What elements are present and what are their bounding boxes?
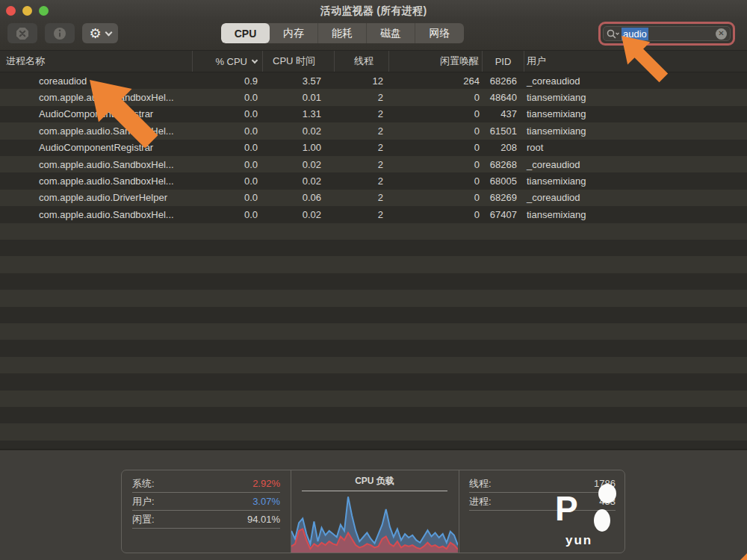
cell-pid: 68269: [483, 192, 524, 203]
stat-row: 系统:2.92%: [132, 475, 280, 493]
cell-name: com.apple.audio.SandboxHel...: [0, 175, 193, 187]
cell-user: tiansemixiang: [524, 108, 747, 119]
settings-menu-button[interactable]: ⚙: [82, 23, 118, 43]
cell-idle: 0: [389, 192, 483, 203]
column-header-process-name[interactable]: 进程名称: [0, 51, 193, 72]
cell-time: 3.57: [263, 75, 335, 87]
cell-idle: 0: [389, 175, 483, 187]
cell-idle: 0: [389, 159, 483, 170]
cell-name: com.apple.audio.DriverHelper: [0, 192, 193, 203]
column-header-cpu-time[interactable]: CPU 时间: [263, 51, 335, 72]
sort-descending-icon: [252, 57, 258, 63]
table-row[interactable]: com.apple.audio.SandboxHel...0.00.022068…: [0, 156, 747, 172]
cell-user: _coreaudiod: [524, 159, 747, 170]
cell-threads: 2: [335, 159, 389, 170]
cell-name: com.apple.audio.SandboxHel...: [0, 159, 193, 170]
cell-time: 1.00: [263, 142, 335, 153]
annotation-arrow-search: [622, 36, 672, 87]
annotation-arrow-coreaudiod: [90, 80, 164, 155]
table-row[interactable]: com.apple.audio.DriverHelper0.00.0620682…: [0, 190, 747, 206]
status-footer: 系统:2.92%用户:3.07%闲置:94.01% CPU 负载 线程:1786…: [0, 449, 747, 560]
counts-stats: 线程:1786进程:453: [459, 470, 626, 553]
cell-cpu: 0.0: [193, 209, 263, 220]
column-header-cpu-percent[interactable]: % CPU: [193, 51, 263, 72]
cell-idle: 0: [389, 209, 483, 220]
table-row[interactable]: com.apple.audio.SandboxHel...0.00.022068…: [0, 172, 747, 189]
chevron-down-icon: [105, 28, 112, 36]
cell-cpu: 0.0: [193, 159, 263, 170]
column-header-pid[interactable]: PID: [483, 51, 524, 72]
cell-idle: 0: [389, 142, 483, 153]
chart-title: CPU 负载: [291, 475, 459, 488]
tab-energy[interactable]: 能耗: [318, 23, 367, 43]
stat-row: 线程:1786: [469, 475, 616, 493]
cpu-summary-stats: 系统:2.92%用户:3.07%闲置:94.01%: [122, 470, 291, 553]
cell-name: com.apple.audio.SandboxHel...: [0, 209, 193, 220]
octagon-x-icon: [15, 26, 30, 41]
cell-threads: 2: [335, 175, 389, 187]
stat-label: 线程:: [469, 477, 492, 491]
stat-row: 进程:453: [469, 493, 616, 511]
stat-label: 系统:: [132, 477, 155, 491]
cell-time: 0.02: [263, 159, 335, 170]
cell-user: tiansemixiang: [524, 209, 747, 220]
cell-threads: 2: [335, 108, 389, 119]
window-title: 活动监视器 (所有进程): [0, 4, 747, 18]
cell-threads: 2: [335, 92, 389, 103]
info-circle-icon: [52, 26, 67, 41]
stat-value: 2.92%: [252, 478, 280, 489]
cell-time: 0.02: [263, 175, 335, 187]
cell-cpu: 0.9: [193, 75, 263, 87]
cell-time: 0.06: [263, 192, 335, 203]
inspect-process-button[interactable]: [45, 23, 75, 43]
cell-pid: 48640: [483, 92, 524, 103]
cell-pid: 437: [483, 108, 524, 119]
stat-value: 453: [599, 496, 616, 507]
cell-user: _coreaudiod: [524, 192, 747, 203]
cpu-load-section: CPU 负载: [291, 470, 459, 553]
activity-monitor-window: 活动监视器 (所有进程) ⚙ CPU内存能耗磁盘网络: [0, 0, 747, 560]
cell-threads: 2: [335, 142, 389, 153]
stat-label: 进程:: [469, 495, 492, 508]
cell-cpu: 0.0: [193, 175, 263, 187]
tab-memory[interactable]: 内存: [270, 23, 318, 43]
cpu-load-chart: [291, 491, 458, 553]
stat-label: 闲置:: [132, 513, 155, 526]
stat-label: 用户:: [132, 495, 155, 508]
cell-threads: 2: [335, 125, 389, 137]
stat-value: 3.07%: [252, 496, 280, 507]
cell-pid: 208: [483, 142, 524, 153]
cell-time: 0.02: [263, 125, 335, 137]
cell-pid: 67407: [483, 209, 524, 220]
stat-value: 94.01%: [247, 514, 280, 525]
view-tabs: CPU内存能耗磁盘网络: [221, 23, 464, 43]
tab-cpu[interactable]: CPU: [221, 23, 270, 43]
cell-user: root: [524, 142, 747, 153]
cell-pid: 68005: [483, 175, 524, 187]
cell-user: tiansemixiang: [524, 92, 747, 103]
cell-cpu: 0.0: [193, 108, 263, 119]
quit-process-button[interactable]: [7, 23, 37, 43]
cell-pid: 68268: [483, 159, 524, 170]
tab-disk[interactable]: 磁盘: [367, 23, 415, 43]
cell-cpu: 0.0: [193, 92, 263, 103]
stat-row: 闲置:94.01%: [132, 511, 280, 529]
cell-user: tiansemixiang: [524, 175, 747, 187]
cell-cpu: 0.0: [193, 142, 263, 153]
title-bar[interactable]: 活动监视器 (所有进程): [0, 0, 747, 21]
column-header-threads[interactable]: 线程: [335, 51, 389, 72]
table-row[interactable]: com.apple.audio.SandboxHel...0.00.022067…: [0, 206, 747, 223]
cell-pid: 61501: [483, 125, 524, 137]
cell-user: tiansemixiang: [524, 125, 747, 137]
cell-pid: 68266: [483, 75, 524, 87]
search-icon: [607, 29, 619, 39]
cell-threads: 2: [335, 192, 389, 203]
cell-idle: 0: [389, 125, 483, 137]
gear-icon: ⚙: [89, 27, 101, 40]
tab-network[interactable]: 网络: [415, 23, 464, 43]
cell-time: 1.31: [263, 108, 335, 119]
clear-search-icon[interactable]: ✕: [716, 28, 727, 40]
cell-idle: 264: [389, 75, 483, 87]
column-header-idle-wakeups[interactable]: 闲置唤醒: [389, 51, 483, 72]
cpu-stats-panel: 系统:2.92%用户:3.07%闲置:94.01% CPU 负载 线程:1786…: [121, 470, 625, 553]
